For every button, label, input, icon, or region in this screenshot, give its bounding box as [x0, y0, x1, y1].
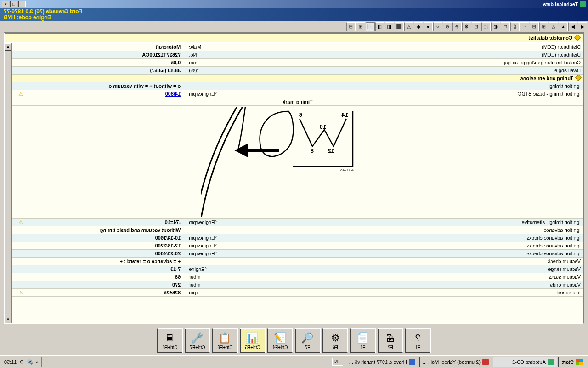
fkey-help[interactable]: ?F1 — [405, 328, 431, 353]
fkey-edit[interactable]: 📝Ctrl+F4 — [267, 328, 293, 353]
row-label: Ignition timing - alternative — [252, 218, 583, 226]
toolbar-button-0[interactable]: ◀ — [578, 22, 587, 31]
row-icon — [12, 258, 29, 265]
toolbar-button-20[interactable]: ◧ — [385, 22, 394, 31]
svg-text:AD7245: AD7245 — [340, 168, 354, 172]
fkey-tool[interactable]: 🔧Ctrl+F7 — [185, 328, 210, 353]
row-unit: °Engine/rpm : — [183, 234, 252, 242]
toolbar-button-23[interactable]: ⊞ — [356, 22, 365, 31]
row-value: 72627T12100CA — [29, 51, 183, 59]
toolbar-button-18[interactable]: △ — [404, 22, 413, 31]
warning-icon — [17, 219, 24, 225]
row-icon — [12, 226, 29, 234]
vertical-scrollbar[interactable]: ▲ ▼ — [5, 43, 12, 323]
title-bar: Technical data _ □ × — [0, 0, 588, 8]
toolbar-button-3[interactable]: △ — [549, 22, 558, 31]
diagram-title: Timing mark — [12, 98, 583, 106]
diamond-icon — [574, 34, 581, 41]
toolbar-button-5[interactable]: ⊟ — [530, 22, 539, 31]
row-label: Ignition advance — [252, 226, 583, 234]
scroll-down-button[interactable]: ▼ — [5, 316, 11, 323]
row-value: o = without + = with vacuum o — [29, 82, 183, 90]
data-row: Vacuum check:+ = advance o = retard : + — [12, 258, 583, 265]
section-header-top[interactable]: Complete data list — [5, 33, 583, 42]
value-link[interactable]: 14/800 — [165, 91, 181, 97]
data-row: Vacuum range°Engine :7-13 — [12, 265, 583, 273]
toolbar-button-4[interactable]: ⊞ — [539, 22, 548, 31]
tray-icon[interactable]: 🔊 — [27, 359, 33, 365]
row-value: 20-24/4400 — [29, 250, 183, 258]
fkey-screen[interactable]: 🖥Ctrl+F8 — [157, 328, 183, 353]
svg-text:6: 6 — [299, 111, 302, 118]
toolbar-button-24[interactable]: ⊟ — [346, 22, 356, 31]
close-button[interactable]: × — [2, 1, 9, 7]
toolbar-button-6[interactable]: ⌂ — [520, 22, 529, 31]
tool-icon: 🔧 — [192, 332, 204, 344]
language-indicator[interactable]: EN — [332, 358, 343, 366]
row-label: Ignition timing — [252, 82, 583, 90]
toolbar-button-19[interactable]: ⬛ — [395, 22, 404, 31]
row-icon — [12, 82, 29, 90]
toolbar-button-16[interactable]: ● — [424, 22, 433, 31]
edit-icon: 📝 — [274, 332, 287, 344]
page-icon: 📄 — [357, 332, 369, 344]
data-row: Ignition timing - alternative°Engine/rpm… — [12, 218, 583, 226]
toolbar-button-22[interactable]: ⬜ — [366, 22, 375, 31]
row-icon — [12, 289, 29, 297]
fkey-page[interactable]: 📄F4 — [350, 328, 376, 353]
row-icon — [12, 250, 29, 258]
taskbar-item[interactable]: Autodata CD-2 — [493, 357, 557, 367]
system-tray[interactable]: « 🔊 ⊕ 11:50 — [1, 357, 42, 367]
row-unit: mbar : — [183, 273, 252, 281]
warning-icon — [17, 290, 24, 295]
toolbar-button-21[interactable]: ◨ — [375, 22, 384, 31]
toolbar-button-10[interactable]: ⬚ — [481, 22, 491, 31]
section-header-tuning[interactable]: Tuning and emissions — [12, 75, 583, 82]
data-row: Ignition timing - basic BTDC°Engine/rpm … — [12, 90, 583, 98]
toolbar-button-2[interactable]: ▲ — [559, 22, 568, 31]
fkey-find[interactable]: 🔍F7 — [295, 328, 321, 353]
toolbar-button-17[interactable]: ◆ — [414, 22, 423, 31]
help-icon: ? — [415, 332, 421, 344]
app-icon — [548, 359, 554, 365]
toolbar-button-1[interactable]: ▶ — [568, 22, 577, 31]
fkey-list[interactable]: 📋Ctrl+F6 — [212, 328, 238, 353]
toolbar-button-9[interactable]: ◐ — [491, 22, 500, 31]
data-row: Distributor (ECM)Make :Motorcraft — [12, 43, 583, 51]
start-button[interactable]: Start — [558, 357, 587, 367]
svg-text:10: 10 — [320, 123, 326, 130]
toolbar-button-12[interactable]: ⚙ — [462, 22, 471, 31]
app-icon — [482, 359, 489, 365]
toolbar-button-13[interactable]: ⊕ — [452, 22, 462, 31]
fkey-data[interactable]: 📊Ctrl+F5 — [240, 328, 266, 353]
data-row: Ignition advance checks°Engine/rpm :20-2… — [12, 250, 583, 258]
toolbar-button-14[interactable]: ⊖ — [443, 22, 452, 31]
row-value: 270 — [29, 281, 183, 289]
scroll-area: Distributor (ECM)Make :MotorcraftDistrib… — [12, 43, 583, 323]
data-row: Vacuum startsmbar :68 — [12, 273, 583, 281]
row-icon — [12, 234, 29, 242]
row-unit: : — [183, 82, 252, 90]
minimize-button[interactable]: _ — [18, 1, 26, 7]
toolbar-button-11[interactable]: ⊡ — [472, 22, 481, 31]
toolbar-button-15[interactable]: ○ — [433, 22, 442, 31]
section-title-top: Complete data list — [529, 35, 572, 40]
maximize-button[interactable]: □ — [10, 1, 17, 7]
row-label: Ignition advance checks — [252, 234, 583, 242]
row-label: Dwell angle — [252, 67, 583, 75]
row-unit: °Engine/rpm : — [183, 218, 252, 226]
taskbar-item[interactable]: (2 unread) Yahoo! Mail, ... — [419, 357, 492, 367]
row-value: 7-13 — [29, 265, 183, 273]
taskbar-item[interactable]: i have a 1977 transit v6 ... — [346, 357, 418, 367]
tray-icon[interactable]: ⊕ — [20, 359, 24, 365]
row-icon — [12, 218, 29, 226]
scroll-up-button[interactable]: ▲ — [5, 43, 11, 51]
fkey-settings[interactable]: ⚙F6 — [322, 328, 348, 353]
row-value: + = advance o = retard : + — [29, 258, 183, 265]
fkey-print[interactable]: 🖨F2 — [378, 328, 403, 353]
row-unit: °Engine/rpm : — [183, 250, 252, 258]
toolbar-button-7[interactable]: ⎙ — [510, 22, 520, 31]
toolbar-button-8[interactable]: □ — [501, 22, 510, 31]
tray-icon[interactable]: « — [36, 359, 39, 365]
data-icon: 📊 — [247, 332, 259, 344]
